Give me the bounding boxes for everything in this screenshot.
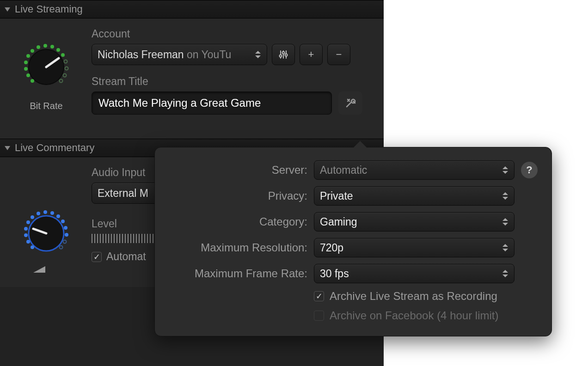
privacy-label: Privacy: [169, 189, 307, 202]
max-framerate-dropdown[interactable]: 30 fps [314, 264, 514, 283]
svg-point-6 [31, 49, 34, 53]
svg-point-11 [61, 53, 65, 57]
section-title: Live Commentary [15, 142, 94, 154]
privacy-value: Private [320, 190, 353, 202]
max-resolution-label: Maximum Resolution: [169, 241, 307, 254]
level-indicator-icon [33, 266, 45, 273]
automatic-label: Automat [106, 250, 146, 263]
minus-icon: − [336, 49, 342, 61]
svg-point-1 [31, 79, 34, 83]
level-knob-column [9, 166, 83, 273]
svg-point-32 [50, 211, 54, 215]
svg-point-31 [43, 210, 47, 214]
chevron-updown-icon [500, 213, 510, 231]
account-label: Account [92, 28, 374, 40]
bit-rate-knob-column: Bit Rate [9, 28, 83, 125]
stream-title-tools-button[interactable] [338, 92, 362, 115]
svg-point-36 [65, 233, 68, 237]
chevron-updown-icon [253, 44, 263, 65]
live-streaming-section-body: Bit Rate Account Nicholas Freeman on You… [0, 18, 384, 139]
archive-fb-label: Archive on Facebook (4 hour limit) [330, 309, 498, 322]
sliders-icon [278, 49, 288, 60]
svg-point-5 [26, 54, 30, 58]
category-dropdown[interactable]: Gaming [314, 212, 514, 232]
category-value: Gaming [320, 216, 357, 228]
max-resolution-value: 720p [320, 242, 343, 254]
svg-point-14 [63, 74, 67, 77]
svg-point-20 [280, 55, 282, 57]
server-label: Server: [169, 164, 307, 177]
section-title: Live Streaming [15, 3, 83, 15]
audio-input-value: External M [98, 187, 148, 200]
archive-checkbox[interactable]: ✓ [314, 291, 324, 301]
svg-point-2 [26, 73, 30, 77]
level-knob[interactable] [16, 203, 76, 263]
svg-point-38 [60, 246, 63, 249]
svg-point-22 [285, 54, 288, 56]
stream-title-input[interactable] [92, 92, 332, 115]
chevron-updown-icon [500, 161, 510, 179]
max-framerate-label: Maximum Frame Rate: [169, 267, 307, 280]
svg-point-8 [43, 44, 47, 48]
svg-point-3 [24, 67, 28, 71]
tools-icon [344, 97, 357, 110]
svg-point-15 [60, 79, 63, 83]
automatic-checkbox[interactable]: ✓ [92, 252, 102, 262]
svg-point-25 [26, 240, 30, 244]
help-button[interactable]: ? [521, 162, 538, 178]
svg-point-24 [31, 245, 34, 249]
max-resolution-dropdown[interactable]: 720p [314, 238, 514, 257]
server-value: Automatic [320, 164, 367, 177]
privacy-dropdown[interactable]: Private [314, 186, 514, 206]
svg-point-27 [24, 227, 28, 231]
server-dropdown[interactable]: Automatic [314, 160, 514, 180]
category-label: Category: [169, 215, 307, 228]
chevron-updown-icon [500, 264, 510, 283]
svg-point-9 [50, 45, 54, 49]
account-user: Nicholas Freeman [98, 49, 184, 61]
svg-point-21 [282, 52, 285, 54]
svg-point-12 [64, 60, 67, 63]
stream-title-label: Stream Title [92, 75, 374, 88]
archive-fb-checkbox [314, 311, 324, 321]
svg-point-33 [56, 214, 60, 218]
svg-point-28 [26, 220, 30, 224]
svg-point-34 [61, 220, 65, 223]
disclosure-triangle-icon [5, 146, 10, 150]
chevron-updown-icon [500, 238, 510, 257]
svg-point-30 [37, 212, 40, 215]
account-remove-button[interactable]: − [327, 44, 350, 65]
svg-point-4 [24, 61, 28, 64]
live-streaming-section-header[interactable]: Live Streaming [0, 0, 384, 18]
svg-point-35 [64, 226, 67, 230]
svg-point-7 [37, 45, 40, 49]
svg-point-37 [63, 240, 67, 244]
svg-point-26 [24, 233, 28, 237]
level-meter [92, 234, 156, 243]
stream-settings-popover: Server: Automatic ? Privacy: Private Cat… [154, 147, 552, 336]
disclosure-triangle-icon [5, 7, 10, 12]
archive-label: Archive Live Stream as Recording [330, 290, 497, 303]
question-icon: ? [526, 164, 532, 176]
bit-rate-label: Bit Rate [30, 101, 62, 111]
account-settings-button[interactable] [272, 44, 295, 65]
svg-point-29 [31, 215, 34, 219]
plus-icon: + [308, 49, 314, 61]
svg-point-10 [56, 48, 60, 52]
svg-point-13 [65, 67, 68, 70]
bit-rate-knob[interactable] [16, 37, 76, 97]
account-add-button[interactable]: + [300, 44, 323, 65]
max-framerate-value: 30 fps [320, 268, 349, 280]
chevron-updown-icon [500, 187, 510, 205]
account-suffix: on YouTu [184, 49, 232, 61]
account-dropdown[interactable]: Nicholas Freeman on YouTu [92, 44, 267, 65]
